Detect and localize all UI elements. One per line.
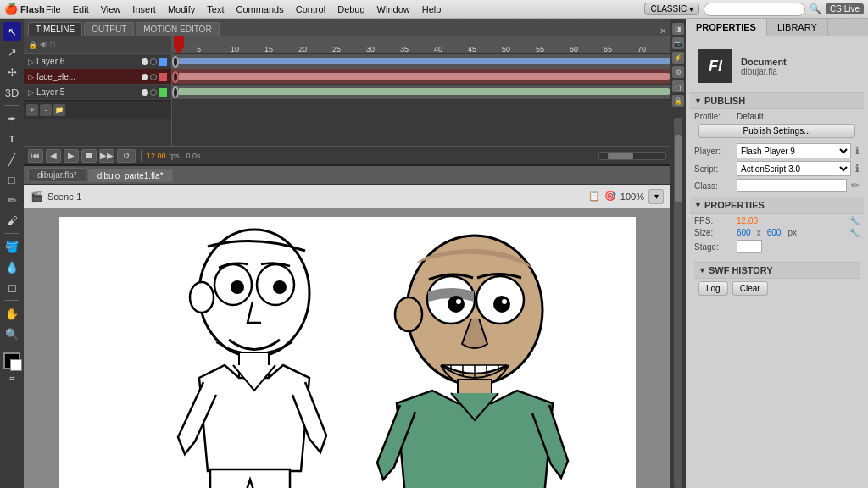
play-button[interactable]: ▶ xyxy=(64,149,79,163)
tab-library[interactable]: LIBRARY xyxy=(767,19,828,36)
props-sub-header[interactable]: ▼ PROPERTIES xyxy=(690,197,864,214)
doc-tab-dibujo[interactable]: dibujo_parte1.fla* xyxy=(88,169,173,182)
zoom-tool[interactable]: 🔍 xyxy=(3,324,21,343)
ruler-70: 70 xyxy=(637,45,646,53)
class-edit-icon[interactable]: ✏ xyxy=(851,180,860,191)
add-folder-button[interactable]: 📁 xyxy=(53,104,65,116)
timeline-scrollbar[interactable] xyxy=(598,152,666,160)
pencil-tool[interactable]: ✏ xyxy=(3,191,21,209)
face-layer-lock[interactable] xyxy=(150,74,157,80)
rewind-button[interactable]: ⏮ xyxy=(28,149,43,163)
menu-file[interactable]: File xyxy=(40,3,67,16)
tool-code[interactable]: { } xyxy=(672,80,684,92)
delete-layer-button[interactable]: - xyxy=(40,104,52,116)
face-keyframe xyxy=(172,71,179,83)
layer-5-lock[interactable] xyxy=(150,89,157,96)
fps-value-prop[interactable]: 12.00 xyxy=(737,216,758,225)
layer-6-name: Layer 6 xyxy=(36,57,142,66)
pen-tool[interactable]: ✒ xyxy=(3,109,21,128)
face-layer-outline[interactable] xyxy=(159,73,167,81)
stage-vscroll[interactable] xyxy=(674,118,682,488)
layer-5-visibility[interactable] xyxy=(142,89,148,96)
layer-row-5[interactable]: ▷ Layer 5 xyxy=(24,85,171,100)
doc-tab-dibujar[interactable]: dibujar.fla* xyxy=(28,168,86,182)
ruler-55: 55 xyxy=(536,45,544,53)
fps-edit-icon[interactable]: 🔧 xyxy=(849,216,860,225)
add-layer-button[interactable]: + xyxy=(26,104,38,116)
ruler-5: 5 xyxy=(197,45,201,53)
menu-insert[interactable]: Insert xyxy=(126,3,162,16)
svg-point-13 xyxy=(448,296,465,313)
menu-window[interactable]: Window xyxy=(371,3,416,16)
paint-bucket-tool[interactable]: 🪣 xyxy=(3,237,21,256)
free-transform-tool[interactable]: ✢ xyxy=(3,63,21,81)
swf-header[interactable]: ▼ SWF HISTORY xyxy=(694,262,860,279)
layer-5-outline[interactable] xyxy=(159,88,167,97)
stage-color-swatch[interactable] xyxy=(737,240,762,253)
line-tool[interactable]: ╱ xyxy=(3,150,21,169)
swf-buttons: Log Clear xyxy=(694,279,860,298)
stop-button[interactable]: ⏹ xyxy=(81,149,97,163)
classic-mode-button[interactable]: CLASSIC ▾ xyxy=(644,3,699,15)
menu-modify[interactable]: Modify xyxy=(162,3,201,16)
text-tool[interactable]: T xyxy=(3,130,21,148)
tab-properties[interactable]: PROPERTIES xyxy=(686,19,767,36)
layer-5-frames xyxy=(172,85,670,100)
tab-motion-editor[interactable]: MOTION EDITOR xyxy=(136,22,219,36)
search-input[interactable] xyxy=(704,3,805,16)
zoom-button[interactable]: ▾ xyxy=(648,189,664,204)
layer-row-6[interactable]: ▷ Layer 6 xyxy=(24,54,171,69)
size-height[interactable]: 600 xyxy=(767,228,782,237)
tab-output[interactable]: OUTPUT xyxy=(84,22,134,36)
menu-debug[interactable]: Debug xyxy=(331,3,370,16)
player-settings-icon[interactable]: ℹ xyxy=(855,145,860,157)
swap-colors[interactable]: ⇄ xyxy=(9,374,15,382)
player-select[interactable]: Flash Player 9 xyxy=(737,143,851,158)
layer-6-outline[interactable] xyxy=(159,58,167,66)
tool-settings[interactable]: ⚙ xyxy=(672,66,684,78)
cslive-button[interactable]: CS Live xyxy=(826,3,864,14)
menu-text[interactable]: Text xyxy=(201,3,230,16)
script-settings-icon[interactable]: ℹ xyxy=(855,163,860,175)
layer-5-keyframe xyxy=(172,86,179,98)
select-tool[interactable]: ↖ xyxy=(3,22,21,41)
menu-edit[interactable]: Edit xyxy=(67,3,95,16)
layer-6-lock[interactable] xyxy=(150,58,157,65)
tool-motion[interactable]: ⚡ xyxy=(672,52,684,64)
class-input[interactable] xyxy=(737,179,847,192)
face-layer-visibility[interactable] xyxy=(142,74,148,80)
timeline-close[interactable]: ✕ xyxy=(659,26,666,36)
size-width[interactable]: 600 xyxy=(737,228,751,237)
step-forward-button[interactable]: ▶▶ xyxy=(99,149,114,163)
stroke-color[interactable] xyxy=(3,352,20,369)
script-select[interactable]: ActionScript 3.0 xyxy=(737,161,851,176)
tool-camera[interactable]: 📷 xyxy=(672,37,684,49)
tool-lock[interactable]: 🔒 xyxy=(672,95,684,107)
apple-icon[interactable]: 🍎 xyxy=(4,3,18,15)
menu-control[interactable]: Control xyxy=(290,3,331,16)
menu-help[interactable]: Help xyxy=(416,3,448,16)
timeline-tabs: TIMELINE OUTPUT MOTION EDITOR ✕ xyxy=(24,19,670,36)
rect-tool[interactable]: □ xyxy=(3,170,21,189)
log-button[interactable]: Log xyxy=(698,281,728,296)
size-settings-icon[interactable]: 🔧 xyxy=(849,228,860,237)
hand-tool[interactable]: ✋ xyxy=(3,304,21,323)
subselect-tool[interactable]: ↗ xyxy=(3,42,21,61)
clear-button[interactable]: Clear xyxy=(732,281,768,296)
tool-expand[interactable]: ◨ xyxy=(672,23,684,35)
eraser-tool[interactable]: ◻ xyxy=(3,278,21,297)
publish-header[interactable]: ▼ PUBLISH xyxy=(690,92,864,109)
stage-row: Stage: xyxy=(690,240,864,253)
publish-settings-button[interactable]: Publish Settings... xyxy=(698,124,855,138)
layer-6-visibility[interactable] xyxy=(142,58,148,65)
eyedropper-tool[interactable]: 💧 xyxy=(3,258,21,276)
vscroll-thumb xyxy=(675,135,682,202)
layer-row-face[interactable]: ▷ face_ele... xyxy=(24,69,171,85)
menu-view[interactable]: View xyxy=(95,3,127,16)
3d-tool[interactable]: 3D xyxy=(3,83,21,102)
step-back-button[interactable]: ◀ xyxy=(46,149,61,163)
brush-tool[interactable]: 🖌 xyxy=(3,211,21,230)
loop-button[interactable]: ↺ xyxy=(117,149,136,163)
tab-timeline[interactable]: TIMELINE xyxy=(28,22,82,36)
menu-commands[interactable]: Commands xyxy=(230,3,289,16)
